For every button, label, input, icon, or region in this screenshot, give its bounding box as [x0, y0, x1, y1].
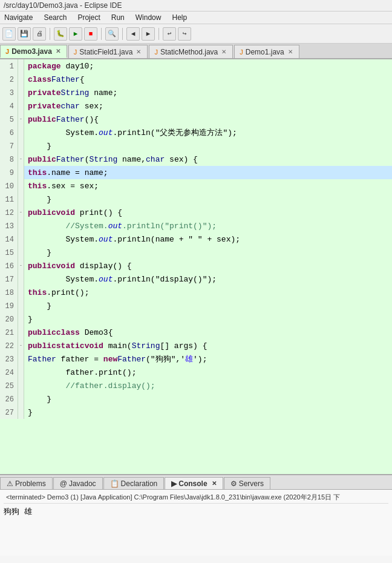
toolbar-new-btn[interactable]: 📄 [2, 27, 16, 41]
title-bar: /src/day10/Demo3.java - Eclipse IDE [0, 0, 392, 12]
code-line-8[interactable]: 8- public Father(String name,char sex) { [0, 153, 392, 166]
fold-indicator-5[interactable]: - [18, 113, 24, 126]
code-line-19[interactable]: 19 } [0, 299, 392, 312]
bottom-tab-problems[interactable]: ⚠ Problems [0, 477, 53, 489]
line-content-11: } [24, 193, 392, 206]
menu-help[interactable]: Help [170, 13, 189, 22]
menu-search[interactable]: Search [42, 13, 68, 22]
code-line-26[interactable]: 26 } [0, 392, 392, 406]
fold-indicator-22[interactable]: - [18, 339, 24, 352]
fold-indicator-20 [18, 312, 24, 326]
bottom-tab-servers[interactable]: ⚙ Servers [224, 477, 270, 489]
code-line-22[interactable]: 22- public static void main(String[] arg… [0, 339, 392, 352]
code-line-24[interactable]: 24 father.print(); [0, 366, 392, 379]
fold-indicator-16[interactable]: - [18, 259, 24, 272]
code-line-25[interactable]: 25 //father.display(); [0, 379, 392, 392]
code-line-23[interactable]: 23 Father father = new Father("狗狗",'雄'); [0, 352, 392, 366]
fold-indicator-12[interactable]: - [18, 206, 24, 219]
bottom-tab-declaration[interactable]: 📋 Declaration [103, 477, 165, 489]
code-line-17[interactable]: 17 System.out.println("display()"); [0, 272, 392, 286]
code-line-18[interactable]: 18 this.print(); [0, 286, 392, 299]
code-line-21[interactable]: 21public class Demo3{ [0, 326, 392, 339]
line-number-8: 8 [0, 153, 18, 166]
problems-label: Problems [15, 479, 46, 488]
fold-indicator-8[interactable]: - [18, 153, 24, 166]
tab-close-staticfield1[interactable]: ✕ [136, 48, 141, 55]
javadoc-label: Javadoc [69, 479, 96, 488]
line-number-25: 25 [0, 379, 18, 392]
code-line-12[interactable]: 12- public void print() { [0, 206, 392, 219]
tab-icon-staticmethod: J [154, 48, 158, 56]
line-number-20: 20 [0, 312, 18, 326]
tab-staticfield1[interactable]: J StaticField1.java ✕ [68, 45, 148, 58]
toolbar-sep-1 [50, 28, 50, 40]
console-status: <terminated> Demo3 (1) [Java Application… [4, 492, 388, 504]
code-line-11[interactable]: 11 } [0, 193, 392, 206]
tab-icon-demo1: J [240, 48, 243, 56]
code-line-1[interactable]: 1package day10; [0, 59, 392, 73]
code-line-7[interactable]: 7 } [0, 139, 392, 153]
toolbar-forward-btn[interactable]: ▶ [142, 27, 155, 41]
line-content-8: public Father(String name,char sex) { [24, 153, 392, 166]
code-line-5[interactable]: 5- public Father(){ [0, 113, 392, 126]
tab-close-demo1[interactable]: ✕ [288, 48, 293, 55]
menu-bar: Navigate Search Project Run Window Help [0, 12, 392, 24]
toolbar-stop-btn[interactable]: ■ [84, 27, 97, 41]
menu-run[interactable]: Run [109, 13, 126, 22]
fold-indicator-9 [18, 166, 24, 179]
line-number-4: 4 [0, 99, 18, 113]
line-content-13: //System.out.println("print()"); [24, 219, 392, 232]
code-line-20[interactable]: 20} [0, 312, 392, 326]
tab-close-staticmethod[interactable]: ✕ [221, 48, 226, 55]
toolbar-debug-btn[interactable]: 🐛 [54, 27, 67, 41]
tab-demo1[interactable]: J Demo1.java ✕ [234, 45, 299, 58]
toolbar-prev-btn[interactable]: ↩ [163, 27, 176, 41]
fold-indicator-17 [18, 272, 24, 286]
tab-staticmethod[interactable]: J StaticMethod.java ✕ [149, 45, 233, 58]
bottom-tabs: ⚠ Problems @ Javadoc 📋 Declaration ▶ Con… [0, 475, 392, 490]
line-content-22: public static void main(String[] args) { [24, 339, 392, 352]
title-text: /src/day10/Demo3.java - Eclipse IDE [4, 1, 122, 10]
toolbar-print-btn[interactable]: 🖨 [33, 27, 46, 41]
fold-indicator-24 [18, 366, 24, 379]
line-number-13: 13 [0, 219, 18, 232]
line-number-11: 11 [0, 193, 18, 206]
menu-navigate[interactable]: Navigate [2, 13, 34, 22]
toolbar-save-btn[interactable]: 💾 [18, 27, 31, 41]
code-line-6[interactable]: 6 System.out.println("父类无参构造方法"); [0, 126, 392, 139]
toolbar-next-btn[interactable]: ↪ [178, 27, 191, 41]
code-line-10[interactable]: 10 this.sex = sex; [0, 179, 392, 193]
code-line-27[interactable]: 27} [0, 406, 392, 419]
line-content-9: this.name = name; [24, 166, 392, 179]
code-line-14[interactable]: 14 System.out.println(name + " " + sex); [0, 232, 392, 246]
menu-window[interactable]: Window [134, 13, 163, 22]
toolbar-run-btn[interactable]: ▶ [69, 27, 82, 41]
code-line-4[interactable]: 4 private char sex; [0, 99, 392, 113]
code-line-13[interactable]: 13 //System.out.println("print()"); [0, 219, 392, 232]
line-number-14: 14 [0, 232, 18, 246]
editor[interactable]: 1package day10;2class Father{3 private S… [0, 59, 392, 474]
bottom-panel: ⚠ Problems @ Javadoc 📋 Declaration ▶ Con… [0, 474, 392, 556]
bottom-tab-console[interactable]: ▶ Console ✕ [165, 477, 223, 489]
line-number-24: 24 [0, 366, 18, 379]
tab-demo3[interactable]: J Demo3.java ✕ [0, 45, 67, 58]
javadoc-icon: @ [60, 479, 67, 488]
code-line-2[interactable]: 2class Father{ [0, 73, 392, 86]
console-close-icon[interactable]: ✕ [212, 480, 217, 487]
menu-project[interactable]: Project [76, 13, 102, 22]
toolbar-back-btn[interactable]: ◀ [126, 27, 140, 41]
fold-indicator-3 [18, 86, 24, 99]
fold-indicator-11 [18, 193, 24, 206]
bottom-tab-javadoc[interactable]: @ Javadoc [53, 477, 103, 489]
line-number-1: 1 [0, 59, 18, 73]
code-line-16[interactable]: 16- public void display() { [0, 259, 392, 272]
fold-indicator-21 [18, 326, 24, 339]
code-line-9[interactable]: 9 this.name = name; [0, 166, 392, 179]
toolbar-search-btn[interactable]: 🔍 [105, 27, 119, 41]
line-number-12: 12 [0, 206, 18, 219]
line-content-20: } [24, 312, 392, 326]
line-number-6: 6 [0, 126, 18, 139]
tab-close-demo3[interactable]: ✕ [56, 48, 60, 54]
code-line-15[interactable]: 15 } [0, 246, 392, 259]
code-line-3[interactable]: 3 private String name; [0, 86, 392, 99]
